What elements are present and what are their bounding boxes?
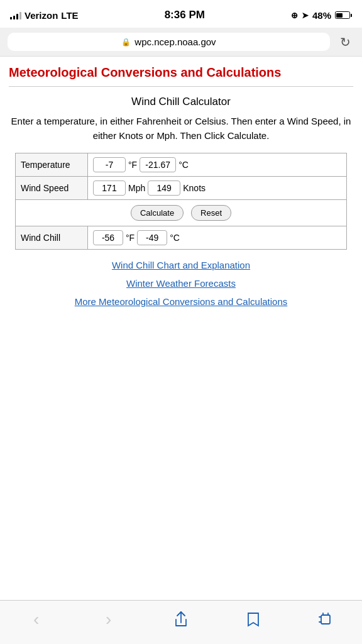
calculator-table: Temperature °F °C Wind Speed Mph (15, 153, 347, 250)
tabs-icon (319, 613, 332, 626)
wind-chill-c-output[interactable] (137, 230, 167, 245)
network-label: LTE (61, 10, 78, 21)
wind-speed-inputs: Mph Knots (88, 177, 347, 200)
section-title: Wind Chill Calculator (9, 96, 353, 108)
temperature-f-input[interactable] (93, 157, 126, 172)
wind-chill-outputs: °F °C (88, 226, 347, 250)
temperature-row: Temperature °F °C (16, 153, 347, 177)
forward-icon: › (106, 609, 111, 630)
forward-button[interactable]: › (95, 606, 123, 633)
tabs-button[interactable] (312, 606, 339, 633)
wind-chill-f-unit: °F (126, 233, 134, 243)
back-icon: ‹ (33, 609, 39, 630)
temperature-f-unit: °F (128, 160, 137, 170)
buttons-row: Calculate Reset (16, 200, 347, 226)
wind-speed-row: Wind Speed Mph Knots (16, 177, 347, 200)
back-button[interactable]: ‹ (23, 606, 50, 633)
status-bar: Verizon LTE 8:36 PM ⊕ ➤ 48% (0, 0, 362, 28)
bookmarks-button[interactable] (239, 606, 267, 633)
wind-chill-row: Wind Chill °F °C (16, 226, 347, 250)
temperature-inputs: °F °C (88, 153, 347, 177)
share-button[interactable] (167, 606, 195, 633)
more-conversions-link[interactable]: More Meteorological Conversions and Calc… (9, 296, 353, 307)
page-title: Meteorological Conversions and Calculati… (9, 57, 353, 86)
carrier-label: Verizon (25, 10, 58, 21)
wind-speed-knots-unit: Knots (183, 183, 206, 193)
location-icon: ⊕ (291, 11, 298, 20)
calculate-button[interactable]: Calculate (131, 205, 184, 221)
bookmarks-icon (246, 612, 261, 627)
wind-chill-chart-link[interactable]: Wind Chill Chart and Explanation (9, 260, 353, 270)
page-content: Meteorological Conversions and Calculati… (0, 57, 362, 600)
url-bar[interactable]: 🔒 wpc.ncep.noaa.gov (8, 33, 330, 51)
title-divider (9, 86, 353, 87)
wind-speed-label: Wind Speed (16, 177, 88, 200)
svg-rect-1 (321, 615, 330, 624)
temperature-label: Temperature (16, 153, 88, 177)
gps-icon: ➤ (302, 11, 309, 20)
wind-speed-mph-input[interactable] (93, 180, 126, 196)
reload-button[interactable]: ↻ (336, 33, 354, 51)
reset-button[interactable]: Reset (191, 205, 231, 221)
wind-speed-mph-unit: Mph (128, 183, 145, 193)
clock: 8:36 PM (165, 9, 205, 21)
battery-icon (335, 11, 352, 19)
lock-icon: 🔒 (121, 38, 131, 47)
description-text: Enter a temperature, in either Fahrenhei… (9, 114, 353, 143)
status-right: ⊕ ➤ 48% (291, 10, 352, 21)
wind-chill-f-output[interactable] (93, 230, 123, 245)
temperature-c-input[interactable] (140, 157, 176, 172)
battery-label: 48% (312, 10, 331, 21)
wind-speed-knots-input[interactable] (148, 180, 180, 196)
status-left: Verizon LTE (10, 10, 79, 21)
wind-chill-label: Wind Chill (16, 226, 88, 250)
url-text: wpc.ncep.noaa.gov (134, 36, 216, 47)
temperature-c-unit: °C (178, 160, 189, 170)
share-icon (174, 611, 188, 628)
browser-bar: 🔒 wpc.ncep.noaa.gov ↻ (0, 28, 362, 57)
signal-icon (10, 11, 21, 19)
bottom-nav: ‹ › (0, 600, 362, 644)
winter-weather-link[interactable]: Winter Weather Forecasts (9, 278, 353, 289)
buttons-cell: Calculate Reset (16, 200, 347, 226)
wind-chill-c-unit: °C (170, 233, 180, 243)
